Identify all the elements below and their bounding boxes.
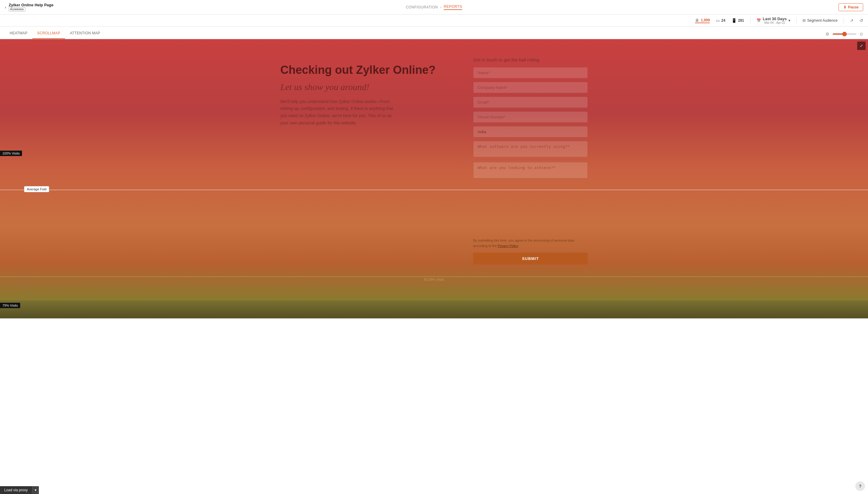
nav-chevron-icon: › <box>440 5 442 9</box>
settings-icon[interactable]: ⚙ <box>826 32 829 36</box>
tab-heatmap[interactable]: HEATMAP <box>5 31 32 39</box>
divider <box>750 17 751 23</box>
fullscreen-button[interactable]: ⤢ <box>857 42 866 50</box>
below-fold-inner: By submitting this form, you agree to th… <box>268 238 600 264</box>
desktop-stat[interactable]: 🖥 1,999 <box>695 18 710 23</box>
mobile-count: 281 <box>738 18 744 23</box>
fullscreen-toggle-icon[interactable]: ⊙ <box>860 32 863 36</box>
form-title: Get in touch to get the ball rolling. <box>473 57 588 62</box>
reports-nav-link[interactable]: REPORTS <box>444 4 462 10</box>
bottom-section: 79% Visits <box>0 300 868 318</box>
date-range-main: Last 30 Days <box>763 17 787 21</box>
nav-left: › Zylker Online Help Page RUNNING <box>5 3 434 12</box>
divider-2 <box>796 17 797 23</box>
pause-icon: ⏸ <box>843 5 847 10</box>
visits-8339-label: 83.39% Visits <box>0 277 868 282</box>
desktop-count: 1,999 <box>701 18 710 22</box>
visits-8339-container: 83.39% Visits <box>0 277 868 282</box>
visits-79-label: 79% Visits <box>0 303 20 308</box>
hero-section: ⤢ Checking out Zylker Online? Let us sho… <box>0 39 868 226</box>
hero-description: We'll help you understand how Zylker Onl… <box>280 98 395 127</box>
name-field[interactable] <box>473 67 588 78</box>
hero-inner: Checking out Zylker Online? Let us show … <box>268 57 600 183</box>
average-fold-label: Average Fold <box>24 186 49 192</box>
back-button[interactable]: › <box>5 5 6 10</box>
software-field[interactable] <box>473 141 588 157</box>
country-select[interactable]: India <box>473 126 588 137</box>
mobile-icon: 📱 <box>732 18 737 23</box>
config-nav-link[interactable]: CONFIGURATION <box>406 5 438 10</box>
chevron-down-icon: ▾ <box>789 18 790 23</box>
page-title: Zylker Online Help Page <box>9 3 54 7</box>
phone-field[interactable] <box>473 111 588 122</box>
date-range-text: Last 30 Days Mar 04 - Apr 02 <box>763 17 787 24</box>
pause-button[interactable]: ⏸ Pause <box>838 3 863 11</box>
privacy-text: By submitting this form, you agree to th… <box>473 238 588 248</box>
average-fold-container: Average Fold <box>0 190 868 190</box>
divider-3 <box>844 17 844 23</box>
segment-label: Segment Audience <box>807 18 837 23</box>
desktop-icon: 🖥 <box>695 18 699 23</box>
submit-button[interactable]: SUBMIT <box>473 253 588 264</box>
tabs-right-controls: ⚙ ⊙ <box>826 32 863 39</box>
tab-attention-map[interactable]: ATTENTION MAP <box>65 31 105 39</box>
filter-icon: ⊟ <box>802 18 806 23</box>
zoom-slider[interactable] <box>832 34 856 35</box>
running-badge: RUNNING <box>9 7 25 12</box>
hero-right: Get in touch to get the ball rolling. In… <box>473 57 588 183</box>
pause-label: Pause <box>848 5 858 10</box>
tab-scrollmap[interactable]: SCROLLMAP <box>32 31 65 39</box>
share-button[interactable]: ↗ <box>850 18 853 23</box>
below-fold-section: By submitting this form, you agree to th… <box>0 226 868 300</box>
stats-bar: 🖥 1,999 ▭ 24 📱 281 📅 Last 30 Days Mar 04… <box>0 15 868 26</box>
top-navigation: › Zylker Online Help Page RUNNING CONFIG… <box>0 0 868 15</box>
mobile-stat[interactable]: 📱 281 <box>732 18 744 23</box>
visits-100-label: 100% Visits <box>0 151 22 156</box>
average-fold-line <box>0 190 868 190</box>
calendar-icon: 📅 <box>756 18 761 23</box>
tablet-icon: ▭ <box>716 18 720 23</box>
hero-title: Checking out Zylker Online? <box>280 63 449 77</box>
page-title-group: Zylker Online Help Page RUNNING <box>9 3 54 12</box>
hero-cursive: Let us show you around! <box>280 82 449 92</box>
email-field[interactable] <box>473 97 588 108</box>
segment-audience-button[interactable]: ⊟ Segment Audience <box>802 18 837 23</box>
nav-right: ⏸ Pause <box>434 3 863 11</box>
hero-left: Checking out Zylker Online? Let us show … <box>280 57 449 127</box>
form-bottom: By submitting this form, you agree to th… <box>473 238 588 264</box>
date-range-sub: Mar 04 - Apr 02 <box>763 21 787 24</box>
tablet-stat[interactable]: ▭ 24 <box>716 18 725 23</box>
company-name-field[interactable] <box>473 82 588 93</box>
privacy-policy-link[interactable]: Privacy Policy <box>498 244 518 248</box>
tabs-bar: HEATMAP SCROLLMAP ATTENTION MAP ⚙ ⊙ <box>0 26 868 39</box>
achieve-field[interactable] <box>473 162 588 178</box>
tablet-count: 24 <box>721 18 725 23</box>
refresh-button[interactable]: ↺ <box>860 18 863 23</box>
nav-center: CONFIGURATION › REPORTS <box>406 4 462 10</box>
date-range-button[interactable]: 📅 Last 30 Days Mar 04 - Apr 02 ▾ <box>756 17 791 24</box>
page-overlay: ⤢ Checking out Zylker Online? Let us sho… <box>0 39 868 318</box>
main-content: ⤢ Checking out Zylker Online? Let us sho… <box>0 39 868 318</box>
